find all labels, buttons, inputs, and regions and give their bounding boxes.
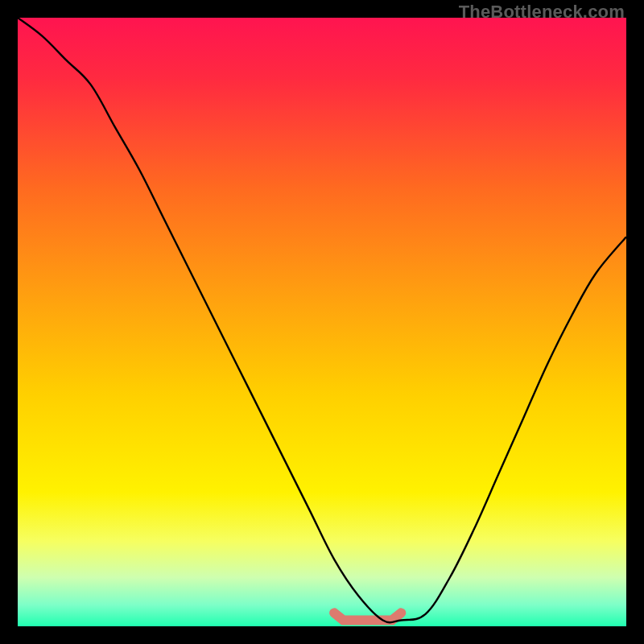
curve-layer <box>18 18 626 626</box>
chart-frame: TheBottleneck.com <box>0 0 644 644</box>
plot-area <box>18 18 626 626</box>
bottleneck-curve <box>18 18 626 622</box>
flat-segment <box>334 613 401 620</box>
